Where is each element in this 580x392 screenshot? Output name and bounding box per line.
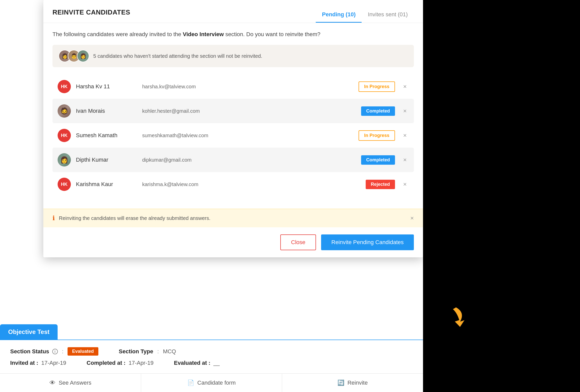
objective-test-content: Section Status i : Evaluated Section Typ… (0, 340, 423, 373)
remove-candidate-button[interactable]: × (401, 106, 409, 116)
invited-at-field: Invited at : 17-Apr-19 (10, 360, 66, 366)
status-badge: In Progress (359, 130, 395, 141)
candidate-email: dipkumar@gmail.com (142, 157, 361, 163)
candidate-name: Karishma Kaur (76, 181, 142, 188)
candidate-email: sumeshkamath@talview.com (142, 133, 359, 138)
document-icon: 📄 (187, 380, 194, 386)
candidate-list: HK Harsha Kv 11 harsha.kv@talview.com In… (52, 74, 414, 197)
avatar: HK (58, 129, 71, 142)
section-type-field: Section Type : MCQ (119, 348, 176, 355)
modal-actions: Close Reinvite Pending Candidates (43, 227, 423, 257)
section-type-label: Section Type (119, 348, 153, 355)
notice-avatar-3: 👩 (77, 50, 89, 62)
evaluated-at-value: __ (214, 360, 220, 366)
notice-avatars: 👩 👨 👩 (59, 50, 89, 62)
tab-pending[interactable]: Pending (10) (316, 7, 362, 23)
eye-icon: 👁 (49, 379, 56, 386)
warning-close-button[interactable]: × (410, 215, 414, 222)
reinvite-pending-button[interactable]: Reinvite Pending Candidates (321, 234, 414, 250)
info-icon[interactable]: i (52, 349, 58, 354)
candidate-form-button[interactable]: 📄 Candidate form (141, 374, 282, 392)
candidate-row: HK Karishma Kaur karishma.k@talview.com … (52, 172, 414, 197)
avatar: 🧔 (58, 104, 71, 118)
objective-test-panel: Objective Test Section Status i : Evalua… (0, 324, 423, 392)
avatar: HK (58, 80, 71, 93)
objective-test-tab[interactable]: Objective Test (0, 324, 58, 340)
close-button[interactable]: Close (280, 234, 316, 250)
modal-description: The following candidates were already in… (52, 31, 414, 38)
status-badge: Completed (361, 106, 395, 116)
evaluated-at-field: Evaluated at : __ (174, 360, 220, 366)
completed-at-field: Completed at : 17-Apr-19 (87, 360, 154, 366)
completed-at-value: 17-Apr-19 (129, 360, 154, 366)
description-part2: section. Do you want to reinvite them? (225, 31, 320, 37)
evaluated-at-label: Evaluated at : (174, 360, 210, 366)
warning-text: Reinviting the candidates will erase the… (59, 215, 406, 221)
status-badge-evaluated: Evaluated (68, 347, 98, 356)
reinvite-modal: REINVITE CANDIDATES Pending (10) Invites… (43, 0, 423, 257)
candidate-row: 👩 Dipthi Kumar dipkumar@gmail.com Comple… (52, 148, 414, 172)
refresh-icon: 🔄 (337, 380, 344, 386)
modal-body: The following candidates were already in… (43, 23, 423, 205)
candidate-email: harsha.kv@talview.com (142, 84, 359, 90)
obj-action-bar: 👁 See Answers 📄 Candidate form 🔄 Reinvit… (0, 373, 423, 392)
candidate-row: 🧔 Ivan Morais kohler.hester@gmail.com Co… (52, 99, 414, 123)
avatar: HK (58, 178, 71, 191)
see-answers-button[interactable]: 👁 See Answers (0, 374, 141, 392)
section-status-field: Section Status i : Evaluated (10, 347, 98, 356)
warning-icon: ℹ (52, 215, 55, 222)
arrow-indicator (444, 304, 471, 338)
status-badge: In Progress (359, 81, 395, 92)
remove-candidate-button[interactable]: × (401, 155, 409, 164)
candidate-email: karishma.k@talview.com (142, 181, 366, 187)
notice-text: 5 candidates who haven't started attendi… (93, 53, 262, 59)
candidate-name: Harsha Kv 11 (76, 83, 142, 90)
section-type-value: MCQ (163, 348, 176, 355)
modal-tabs: Pending (10) Invites sent (01) (316, 7, 414, 23)
completed-at-label: Completed at : (87, 360, 126, 366)
candidate-name: Ivan Morais (76, 108, 142, 114)
avatar: 👩 (58, 153, 71, 166)
warning-banner: ℹ Reinviting the candidates will erase t… (43, 209, 423, 227)
obj-status-row: Section Status i : Evaluated Section Typ… (10, 347, 413, 356)
candidate-name: Dipthi Kumar (76, 157, 142, 163)
description-part1: The following candidates were already in… (52, 31, 183, 37)
remove-candidate-button[interactable]: × (401, 82, 409, 91)
remove-candidate-button[interactable]: × (401, 180, 409, 189)
obj-dates-row: Invited at : 17-Apr-19 Completed at : 17… (10, 360, 413, 366)
candidate-email: kohler.hester@gmail.com (142, 108, 361, 114)
invited-at-value: 17-Apr-19 (41, 360, 66, 366)
notice-banner: 👩 👨 👩 5 candidates who haven't started a… (52, 45, 414, 67)
section-status-label: Section Status (10, 348, 49, 355)
reinvite-button[interactable]: 🔄 Reinvite (282, 374, 423, 392)
modal-header: REINVITE CANDIDATES Pending (10) Invites… (43, 0, 423, 23)
description-bold: Video Interview (183, 31, 224, 37)
candidate-row: HK Sumesh Kamath sumeshkamath@talview.co… (52, 123, 414, 148)
tab-invites-sent[interactable]: Invites sent (01) (362, 7, 414, 23)
remove-candidate-button[interactable]: × (401, 131, 409, 140)
candidate-row: HK Harsha Kv 11 harsha.kv@talview.com In… (52, 74, 414, 99)
status-badge: Completed (361, 155, 395, 165)
modal-title: REINVITE CANDIDATES (52, 8, 130, 21)
invited-at-label: Invited at : (10, 360, 38, 366)
status-badge: Rejected (366, 180, 395, 189)
candidate-name: Sumesh Kamath (76, 132, 142, 139)
